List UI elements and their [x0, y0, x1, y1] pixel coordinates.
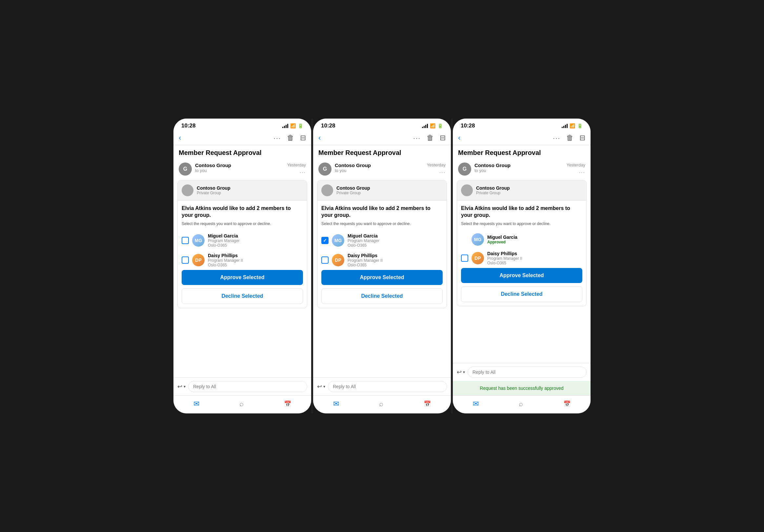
signal-icon-1 [282, 123, 288, 128]
decline-button-1[interactable]: Decline Selected [182, 288, 303, 304]
approve-button-1[interactable]: Approve Selected [182, 270, 303, 285]
sender-avatar-1: G [179, 163, 192, 176]
wifi-icon-2: 📶 [430, 123, 436, 128]
nav-bar-2: ‹ ··· 🗑 ⊟ [313, 131, 451, 145]
page-title-3: Member Request Approval [453, 145, 591, 159]
reply-chevron-2[interactable]: ▾ [323, 384, 325, 389]
status-bar-2: 10:28 📶 🔋 [313, 119, 451, 131]
success-banner-3: Request has been successfully approved [453, 381, 591, 395]
battery-icon-3: 🔋 [577, 123, 583, 128]
archive-icon-2[interactable]: ⊟ [440, 134, 446, 142]
email-sender-2: G Contoso Group to you Yesterday ··· [313, 159, 451, 179]
search-tab-1[interactable]: ⌕ [239, 400, 244, 408]
delete-icon-1[interactable]: 🗑 [287, 134, 294, 142]
more-options-icon-1[interactable]: ··· [274, 134, 281, 142]
member-info-miguel-1: Miguel Garcia Program Manager Oslo-O365 [208, 233, 240, 248]
search-tab-2[interactable]: ⌕ [379, 400, 383, 408]
member-checkbox-daisy-2[interactable] [321, 256, 328, 264]
page-title-1: Member Request Approval [173, 145, 311, 159]
nav-actions-3: ··· 🗑 ⊟ [553, 134, 585, 142]
card-headline-3: Elvia Atkins would like to add 2 members… [461, 205, 582, 219]
member-name-daisy-3: Daisy Phillips [487, 251, 522, 256]
member-name-miguel-2: Miguel Garcia [348, 233, 379, 238]
member-row-miguel-1: MG Miguel Garcia Program Manager Oslo-O3… [182, 231, 303, 250]
status-icons-3: 📶 🔋 [562, 123, 583, 128]
group-type-2: Private Group [336, 191, 370, 195]
decline-button-3[interactable]: Decline Selected [461, 286, 582, 302]
member-info-miguel-3: Miguel Garcia Approved [487, 234, 517, 244]
calendar-tab-1[interactable]: 📅 [284, 400, 291, 408]
group-name-2: Contoso Group [336, 186, 370, 191]
card-header-1: Contoso Group Private Group [178, 181, 307, 200]
status-time-3: 10:28 [461, 122, 475, 129]
card-header-3: Contoso Group Private Group [457, 181, 586, 200]
delete-icon-3[interactable]: 🗑 [566, 134, 573, 142]
sender-more-2[interactable]: ··· [439, 170, 446, 176]
approve-button-3[interactable]: Approve Selected [461, 268, 582, 283]
archive-icon-1[interactable]: ⊟ [300, 134, 306, 142]
mail-tab-2[interactable]: ✉ [333, 400, 339, 408]
sender-time-2: Yesterday [427, 163, 446, 167]
more-options-icon-3[interactable]: ··· [553, 134, 560, 142]
status-bar-1: 10:28 📶 🔋 [173, 119, 311, 131]
signal-icon-3 [562, 123, 568, 128]
archive-icon-3[interactable]: ⊟ [579, 134, 585, 142]
member-avatar-miguel-3: MG [472, 233, 484, 246]
group-type-1: Private Group [197, 191, 231, 195]
page-title-2: Member Request Approval [313, 145, 451, 159]
checkmark-miguel-2: ✓ [323, 238, 327, 243]
approval-card-1: Contoso Group Private Group Elvia Atkins… [177, 180, 307, 308]
member-org-miguel-1: Oslo-O365 [208, 243, 240, 248]
calendar-tab-2[interactable]: 📅 [424, 400, 431, 408]
back-button-3[interactable]: ‹ [458, 134, 461, 142]
nav-actions-2: ··· 🗑 ⊟ [413, 134, 446, 142]
reply-input-3[interactable] [468, 366, 587, 378]
member-info-miguel-2: Miguel Garcia Program Manager Oslo-O365 [348, 233, 379, 248]
card-body-1: Elvia Atkins would like to add 2 members… [178, 200, 307, 308]
group-info-2: Contoso Group Private Group [336, 186, 370, 195]
member-org-daisy-2: Oslo-O365 [348, 263, 383, 267]
signal-icon-2 [422, 123, 428, 128]
reply-input-2[interactable] [328, 381, 447, 392]
screens-container: 10:28 📶 🔋 ‹ ··· 🗑 ⊟ Member Reque [173, 119, 591, 413]
mail-tab-1[interactable]: ✉ [193, 400, 199, 408]
sender-to-3: to you [475, 168, 585, 173]
decline-button-2[interactable]: Decline Selected [321, 288, 443, 304]
reply-chevron-1[interactable]: ▾ [184, 384, 186, 389]
reply-icon-2: ↩ [317, 383, 322, 390]
delete-icon-2[interactable]: 🗑 [427, 134, 434, 142]
reply-icon-3: ↩ [457, 368, 462, 376]
member-checkbox-daisy-3[interactable] [461, 255, 468, 262]
battery-icon-1: 🔋 [298, 123, 303, 128]
member-row-daisy-3: DP Daisy Phillips Program Manager II Osl… [461, 248, 582, 268]
member-title-miguel-1: Program Manager [208, 238, 240, 243]
sender-avatar-2: G [318, 163, 331, 176]
status-icons-1: 📶 🔋 [282, 123, 303, 128]
sender-more-3[interactable]: ··· [579, 170, 585, 176]
group-info-3: Contoso Group Private Group [476, 186, 510, 195]
group-avatar-2 [321, 185, 333, 196]
approval-card-2: Contoso Group Private Group Elvia Atkins… [317, 180, 447, 308]
search-tab-3[interactable]: ⌕ [519, 400, 523, 408]
tab-bar-2: ✉ ⌕ 📅 [313, 395, 451, 413]
nav-bar-1: ‹ ··· 🗑 ⊟ [173, 131, 311, 145]
member-checkbox-miguel-1[interactable] [182, 237, 189, 244]
more-options-icon-2[interactable]: ··· [413, 134, 421, 142]
back-button-1[interactable]: ‹ [179, 134, 181, 142]
member-checkbox-daisy-1[interactable] [182, 256, 189, 264]
reply-chevron-3[interactable]: ▾ [463, 370, 465, 374]
member-row-miguel-2: ✓ MG Miguel Garcia Program Manager Oslo-… [321, 231, 443, 250]
member-title-daisy-1: Program Manager II [208, 258, 243, 263]
card-subtitle-1: Select the requests you want to approve … [182, 221, 303, 226]
card-headline-1: Elvia Atkins would like to add 2 members… [182, 205, 303, 219]
sender-time-3: Yesterday [567, 163, 585, 167]
mail-tab-3[interactable]: ✉ [473, 400, 479, 408]
member-checkbox-miguel-2[interactable]: ✓ [321, 237, 328, 244]
approve-button-2[interactable]: Approve Selected [321, 270, 443, 285]
reply-input-1[interactable] [188, 381, 307, 392]
sender-more-1[interactable]: ··· [300, 170, 306, 176]
member-name-miguel-3: Miguel Garcia [487, 234, 517, 240]
sender-to-1: to you [195, 168, 306, 173]
back-button-2[interactable]: ‹ [318, 134, 321, 142]
calendar-tab-3[interactable]: 📅 [563, 400, 571, 408]
